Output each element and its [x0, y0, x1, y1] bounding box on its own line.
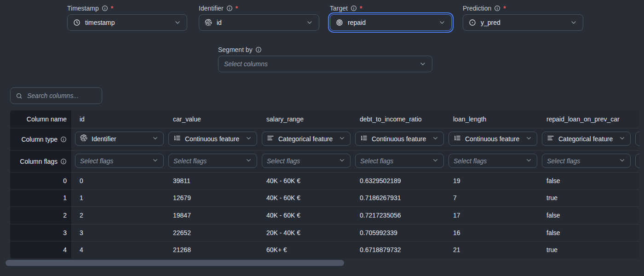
info-icon[interactable]	[255, 46, 262, 53]
identifier-label-text: Identifier	[199, 5, 224, 12]
horizontal-scrollbar-thumb[interactable]	[6, 260, 344, 266]
chevron-down-icon	[306, 19, 313, 26]
column-type-select-debt_to_income_ratio[interactable]: Continuous feature	[355, 132, 444, 146]
column-header-loan_length: loan_length	[453, 110, 486, 128]
info-icon[interactable]	[494, 5, 500, 12]
info-icon[interactable]	[60, 136, 67, 143]
target-field: Target * repaid	[330, 4, 452, 31]
table-cell: 0.7217235056	[360, 207, 401, 224]
info-icon[interactable]	[226, 5, 233, 12]
segment-by-label: Segment by	[218, 45, 432, 54]
required-asterisk: *	[236, 5, 238, 12]
chevron-down-icon	[570, 19, 577, 26]
chevron-down-icon	[419, 60, 426, 68]
chevron-down-icon	[339, 157, 345, 165]
row-index: 2	[10, 207, 71, 224]
table-cell: 1	[80, 190, 83, 207]
timestamp-select[interactable]: timestamp	[67, 14, 187, 31]
table-cell: 21268	[173, 241, 191, 259]
target-select-value: repaid	[348, 19, 366, 26]
align-lines-icon	[267, 134, 274, 143]
table-cell: 22652	[173, 224, 191, 242]
chevron-down-icon	[174, 19, 181, 26]
column-flags-select-repaid_loan_on_prev_car[interactable]: Select flags	[542, 154, 631, 168]
column-type-select-loan_length[interactable]: Continuous feature	[448, 132, 537, 146]
table-cell: 12679	[173, 190, 191, 207]
column-flags-select-partial[interactable]	[635, 154, 639, 168]
chevron-down-icon	[432, 157, 439, 165]
column-flags-select-car_value-value: Select flags	[173, 157, 207, 165]
row-header-column-flags: Column flags	[10, 150, 71, 172]
column-flags-header-text: Column flags	[20, 158, 58, 165]
identifier-field: Identifier * id	[199, 4, 319, 31]
circle-dot-icon	[469, 19, 476, 26]
list-ordered-icon	[360, 134, 368, 143]
column-flags-select-salary_range[interactable]: Select flags	[262, 154, 351, 168]
info-icon[interactable]	[102, 5, 108, 12]
column-type-select-salary_range[interactable]: Categorical feature	[262, 132, 351, 146]
row-divider	[10, 241, 639, 242]
chevron-down-icon	[525, 157, 532, 165]
column-type-select-car_value[interactable]: Continuous feature	[168, 132, 257, 146]
target-icon	[336, 19, 343, 26]
align-lines-icon	[547, 134, 554, 143]
timestamp-label: Timestamp *	[67, 4, 187, 13]
row-divider	[10, 128, 639, 128]
column-type-header-text: Column type	[21, 136, 58, 143]
row-divider	[10, 207, 639, 207]
table-cell: 40K - 60K €	[266, 207, 300, 224]
table-cell: 19847	[173, 207, 191, 224]
row-divider	[10, 150, 639, 151]
table-cell: true	[546, 190, 558, 207]
chevron-down-icon	[438, 19, 446, 26]
column-flags-select-car_value[interactable]: Select flags	[168, 154, 257, 168]
column-header-repaid_loan_on_prev_car: repaid_loan_on_prev_car	[546, 110, 620, 128]
column-type-select-repaid_loan_on_prev_car-value: Categorical feature	[558, 135, 613, 143]
table-cell: 0.705992339	[360, 224, 397, 242]
table-cell: 0.6718879732	[360, 241, 401, 259]
table-cell: 39811	[173, 172, 190, 190]
prediction-select[interactable]: y_pred	[463, 14, 583, 31]
table-cell: false	[546, 207, 560, 224]
table-cell: 0.7186267931	[360, 190, 401, 207]
table-cell: false	[546, 224, 560, 242]
identifier-label: Identifier *	[199, 4, 319, 13]
column-type-select-car_value-value: Continuous feature	[185, 135, 239, 143]
info-icon[interactable]	[351, 5, 357, 12]
row-index: 4	[10, 241, 71, 259]
table-cell: 40K - 60K €	[266, 190, 300, 207]
clock-icon	[73, 19, 80, 26]
row-divider	[10, 224, 639, 224]
table-cell: true	[546, 241, 558, 259]
column-type-select-id[interactable]: Identifier	[75, 132, 164, 146]
column-type-select-repaid_loan_on_prev_car[interactable]: Categorical feature	[542, 132, 631, 146]
column-flags-select-debt_to_income_ratio[interactable]: Select flags	[355, 154, 444, 168]
chevron-down-icon	[245, 135, 252, 143]
table-cell: 40K - 60K €	[266, 172, 300, 190]
column-flags-select-repaid_loan_on_prev_car-value: Select flags	[547, 157, 580, 165]
column-type-select-partial[interactable]	[635, 132, 639, 146]
column-header-debt_to_income_ratio: debt_to_income_ratio	[360, 110, 422, 128]
table-cell: 0.6329502189	[360, 172, 401, 190]
target-select[interactable]: repaid	[330, 14, 452, 31]
list-ordered-icon	[454, 134, 461, 143]
chevron-down-icon	[152, 157, 159, 165]
column-type-select-loan_length-value: Continuous feature	[465, 135, 519, 143]
chevron-down-icon	[432, 135, 439, 143]
required-asterisk: *	[111, 5, 113, 12]
search-columns-input[interactable]	[26, 92, 97, 100]
identifier-select[interactable]: id	[199, 14, 319, 31]
prediction-field: Prediction * y_pred	[463, 4, 583, 31]
info-icon[interactable]	[60, 158, 67, 165]
segment-by-select[interactable]: Select columns	[218, 56, 432, 72]
column-flags-select-debt_to_income_ratio-value: Select flags	[360, 157, 393, 165]
column-flags-select-loan_length[interactable]: Select flags	[448, 154, 537, 168]
timestamp-field: Timestamp * timestamp	[67, 4, 187, 31]
columns-config-table: Column name Column type Column flags idI…	[10, 110, 639, 259]
list-ordered-icon	[173, 134, 181, 143]
column-flags-select-id[interactable]: Select flags	[75, 154, 164, 168]
row-header-column-type: Column type	[10, 128, 71, 150]
row-header-column-name: Column name	[10, 110, 71, 128]
row-divider	[10, 172, 639, 172]
search-icon	[16, 92, 23, 99]
